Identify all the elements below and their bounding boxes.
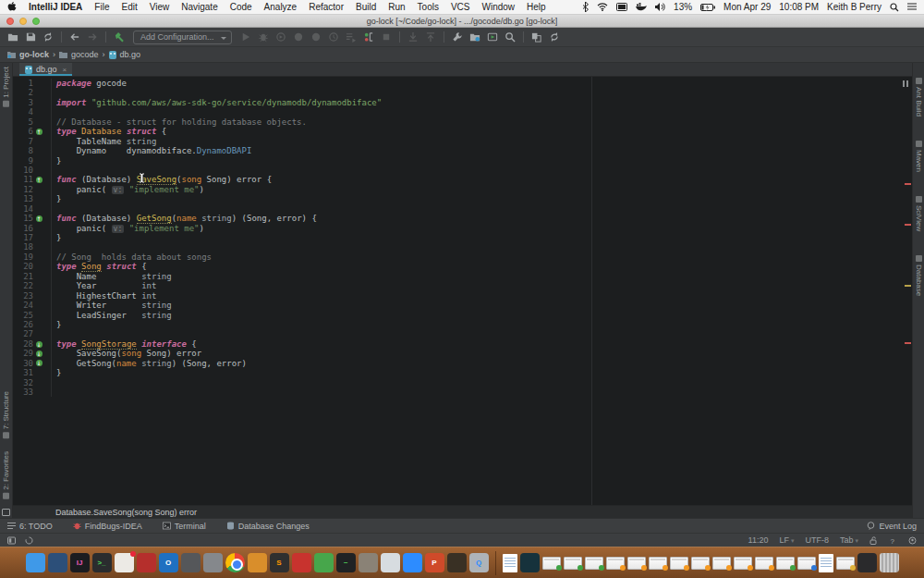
save-all-icon[interactable] <box>23 30 38 44</box>
fold-gutter[interactable] <box>44 242 52 252</box>
code-line[interactable]: 27 <box>13 329 912 338</box>
line-number[interactable]: 19 <box>13 252 33 262</box>
line-number[interactable]: 14 <box>13 204 33 214</box>
gutter-icon-slot[interactable] <box>33 233 44 242</box>
refresh-icon[interactable] <box>547 30 562 44</box>
dock-dark-window[interactable] <box>857 553 877 572</box>
line-number[interactable]: 20 <box>13 262 33 271</box>
gutter-icon-slot[interactable] <box>33 185 44 194</box>
code-line[interactable]: 3import "github.com/aws/aws-sdk-go/servi… <box>13 98 912 107</box>
menu-refactor[interactable]: Refactor <box>309 2 344 12</box>
dock-flask-app[interactable] <box>447 553 467 572</box>
indent-style[interactable]: Tab <box>840 535 858 545</box>
dock-minimized-window[interactable] <box>627 557 646 570</box>
menu-view[interactable]: View <box>150 2 170 12</box>
dock-outlook[interactable]: O <box>159 553 178 572</box>
menubar-time[interactable]: 10:08 PM <box>779 2 819 12</box>
line-number[interactable]: 18 <box>13 242 33 252</box>
gutter-icon-slot[interactable] <box>33 252 44 262</box>
fold-gutter[interactable] <box>44 127 52 136</box>
line-number[interactable]: 5 <box>13 117 33 127</box>
code-line[interactable]: 16 panic( v: "implement me") <box>13 224 912 233</box>
find-usages-icon[interactable] <box>529 30 544 44</box>
stripe-item-maven[interactable]: Maven <box>915 141 923 172</box>
implemented-by-icon[interactable]: ↓ <box>36 341 43 348</box>
fold-gutter[interactable] <box>44 378 52 387</box>
menu-navigate[interactable]: Navigate <box>181 2 217 12</box>
line-number[interactable]: 10 <box>13 166 33 175</box>
menu-edit[interactable]: Edit <box>121 2 137 12</box>
spotlight-search-icon[interactable] <box>890 3 899 12</box>
stop-icon[interactable] <box>379 30 394 44</box>
code-line[interactable]: 30↓ GetSong(name string) (Song, error) <box>13 359 912 368</box>
breadcrumb-go-lock[interactable]: go-lock <box>7 50 49 59</box>
code-line[interactable]: 21 Name string <box>13 272 912 281</box>
line-number[interactable]: 33 <box>13 387 33 397</box>
dock-minimized-window[interactable] <box>585 557 603 570</box>
search-everywhere-icon[interactable] <box>503 30 517 44</box>
line-number[interactable]: 30 <box>13 359 33 368</box>
gutter-icon-slot[interactable] <box>33 117 44 127</box>
fold-gutter[interactable] <box>44 281 52 290</box>
fold-gutter[interactable] <box>44 291 52 301</box>
toolwindow-stripe-toggle-icon[interactable] <box>2 509 10 516</box>
dock-evernote[interactable] <box>314 553 334 572</box>
toolwindow-button-6-todo[interactable]: 6: TODO <box>7 522 53 531</box>
gutter-icon-slot[interactable] <box>33 301 44 310</box>
code-line[interactable]: 28↓type SongStorage interface { <box>13 339 912 349</box>
code-line[interactable]: 6↑type Database struct { <box>13 127 912 136</box>
fold-gutter[interactable] <box>44 339 52 349</box>
stripe-item-sciview[interactable]: SciView <box>915 196 923 231</box>
dock-document-thumbnail[interactable] <box>819 554 833 572</box>
code-line[interactable]: 31} <box>13 368 912 377</box>
toolwindow-button-database-changes[interactable]: Database Changes <box>226 522 310 531</box>
line-number[interactable]: 31 <box>13 368 33 377</box>
line-number[interactable]: 25 <box>13 311 33 320</box>
attach-debugger-icon[interactable] <box>361 30 376 44</box>
dock-activity-monitor[interactable]: ~ <box>336 553 356 572</box>
fold-gutter[interactable] <box>44 224 52 233</box>
gutter-icon-slot[interactable] <box>33 387 44 397</box>
gutter-icon-slot[interactable]: ↓ <box>33 349 44 358</box>
gutter-icon-slot[interactable] <box>33 281 44 290</box>
menu-window[interactable]: Window <box>482 2 516 12</box>
file-encoding[interactable]: UTF-8 <box>805 535 829 545</box>
fold-gutter[interactable] <box>44 359 52 368</box>
line-number[interactable]: 26 <box>13 320 33 329</box>
menu-help[interactable]: Help <box>527 2 546 12</box>
gutter-icon-slot[interactable]: ↑ <box>33 127 44 136</box>
menu-run[interactable]: Run <box>388 2 405 12</box>
profiler-icon[interactable] <box>291 30 306 44</box>
concurrency-icon[interactable] <box>309 30 323 44</box>
wifi-icon[interactable] <box>597 3 608 11</box>
code-line[interactable]: 19// Song holds data about songs <box>13 252 912 262</box>
settings-wrench-icon[interactable] <box>450 30 465 44</box>
gutter-icon-slot[interactable] <box>33 156 44 166</box>
dock-minimized-window[interactable] <box>734 557 752 570</box>
gutter-icon-slot[interactable] <box>33 311 44 320</box>
zoom-window-button[interactable] <box>32 18 40 25</box>
fold-gutter[interactable] <box>44 349 52 358</box>
toolwindow-button-terminal[interactable]: Terminal <box>163 522 206 531</box>
fold-gutter[interactable] <box>44 272 52 281</box>
menu-code[interactable]: Code <box>230 2 252 12</box>
code-line[interactable]: 23 HighestChart int <box>13 291 912 301</box>
fold-gutter[interactable] <box>44 368 52 377</box>
line-number[interactable]: 15 <box>13 214 33 223</box>
tab-close-icon[interactable]: × <box>63 66 67 74</box>
gutter-icon-slot[interactable] <box>33 194 44 203</box>
step-into-icon[interactable] <box>406 30 420 44</box>
menu-file[interactable]: File <box>94 2 109 12</box>
dock-wheel-app[interactable] <box>181 553 201 572</box>
line-number[interactable]: 7 <box>13 137 33 146</box>
gutter-icon-slot[interactable] <box>33 98 44 107</box>
dock-minimized-window[interactable] <box>691 557 710 570</box>
dock-quicktime[interactable]: Q <box>469 553 489 572</box>
code-line[interactable]: 14 <box>13 204 912 214</box>
menu-tools[interactable]: Tools <box>418 2 439 12</box>
gutter-icon-slot[interactable]: ↑ <box>33 175 44 184</box>
gutter-icon-slot[interactable] <box>33 224 44 233</box>
bluetooth-icon[interactable] <box>582 2 589 12</box>
error-stripe-mark[interactable] <box>905 183 911 185</box>
run-anything-list-icon[interactable] <box>344 30 359 44</box>
